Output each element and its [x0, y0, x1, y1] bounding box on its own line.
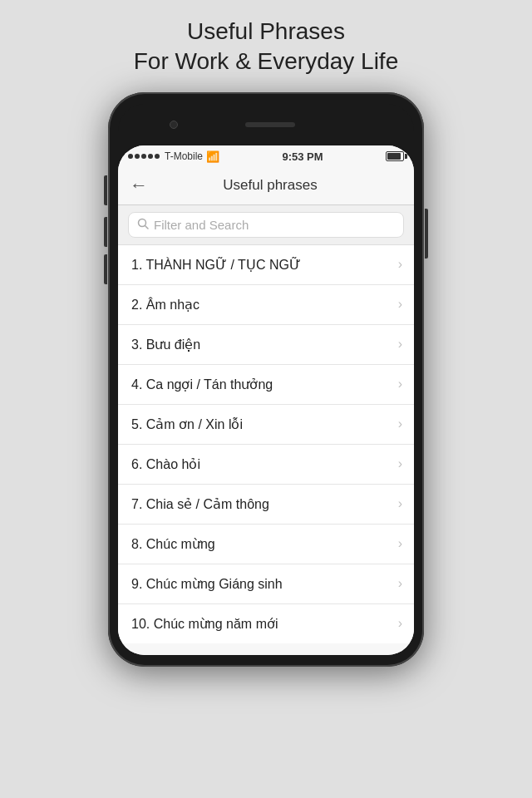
search-placeholder: Filter and Search	[154, 218, 249, 232]
page-title: Useful Phrases For Work & Everyday Life	[134, 17, 398, 77]
list-item-text: 2. Âm nhạc	[131, 297, 392, 313]
list-item-text: 7. Chia sẻ / Cảm thông	[131, 496, 392, 512]
list-item[interactable]: 3. Bưu điện ›	[118, 325, 414, 365]
signal-dot-5	[155, 154, 160, 159]
status-time: 9:53 PM	[282, 150, 323, 163]
list-item-text: 5. Cảm ơn / Xin lỗi	[131, 416, 392, 432]
chevron-right-icon: ›	[398, 257, 402, 272]
signal-dot-3	[141, 154, 146, 159]
battery-fill	[387, 153, 401, 160]
list-item[interactable]: 9. Chúc mừng Giáng sinh ›	[118, 564, 414, 604]
list-item[interactable]: 8. Chúc mừng ›	[118, 525, 414, 564]
phone-camera	[170, 121, 178, 129]
carrier-label: T-Mobile	[165, 150, 203, 162]
list-item[interactable]: 2. Âm nhạc ›	[118, 285, 414, 325]
signal-dot-4	[148, 154, 153, 159]
list-item-text: 1. THÀNH NGỮ / TỤC NGỮ	[131, 257, 392, 273]
list-item-text: 8. Chúc mừng	[131, 536, 392, 552]
wifi-icon: 📶	[206, 150, 219, 163]
list-item-text: 4. Ca ngợi / Tán thưởng	[131, 377, 392, 392]
list-item[interactable]: 5. Cảm ơn / Xin lỗi ›	[118, 405, 414, 445]
chevron-right-icon: ›	[398, 576, 402, 591]
chevron-right-icon: ›	[398, 536, 402, 551]
search-icon	[137, 218, 149, 232]
list-item[interactable]: 7. Chia sẻ / Cảm thông ›	[118, 485, 414, 525]
page-title-text: Useful Phrases For Work & Everyday Life	[134, 17, 398, 77]
chevron-right-icon: ›	[398, 616, 402, 631]
list-item[interactable]: 10. Chúc mừng năm mới ›	[118, 604, 414, 643]
list-container: 1. THÀNH NGỮ / TỤC NGỮ › 2. Âm nhạc › 3.…	[118, 245, 414, 643]
status-bar: T-Mobile 📶 9:53 PM	[118, 145, 414, 166]
chevron-right-icon: ›	[398, 416, 402, 431]
nav-bar: ← Useful phrases	[118, 166, 414, 205]
status-left: T-Mobile 📶	[128, 150, 219, 163]
search-input-wrap[interactable]: Filter and Search	[128, 212, 404, 238]
list-item-text: 3. Bưu điện	[131, 337, 392, 352]
status-right	[386, 151, 404, 161]
list-item[interactable]: 4. Ca ngợi / Tán thưởng ›	[118, 365, 414, 405]
list-item-text: 6. Chào hỏi	[131, 456, 392, 472]
list-item-text: 10. Chúc mừng năm mới	[131, 616, 392, 632]
phone-speaker	[245, 122, 295, 127]
battery-icon	[386, 151, 404, 161]
phone-top-bar	[118, 104, 414, 145]
signal-dots	[128, 154, 160, 159]
list-item[interactable]: 6. Chào hỏi ›	[118, 445, 414, 485]
signal-dot-2	[135, 154, 140, 159]
svg-line-1	[145, 225, 149, 229]
phone-frame: T-Mobile 📶 9:53 PM ← Useful phrases	[108, 92, 424, 667]
chevron-right-icon: ›	[398, 456, 402, 471]
phone-bottom	[118, 643, 414, 655]
signal-dot-1	[128, 154, 133, 159]
search-bar: Filter and Search	[118, 205, 414, 245]
chevron-right-icon: ›	[398, 496, 402, 511]
list-item[interactable]: 1. THÀNH NGỮ / TỤC NGỮ ›	[118, 245, 414, 285]
nav-title: Useful phrases	[138, 177, 402, 194]
chevron-right-icon: ›	[398, 337, 402, 352]
chevron-right-icon: ›	[398, 297, 402, 312]
chevron-right-icon: ›	[398, 377, 402, 392]
phone-screen: T-Mobile 📶 9:53 PM ← Useful phrases	[118, 145, 414, 655]
list-item-text: 9. Chúc mừng Giáng sinh	[131, 576, 392, 592]
